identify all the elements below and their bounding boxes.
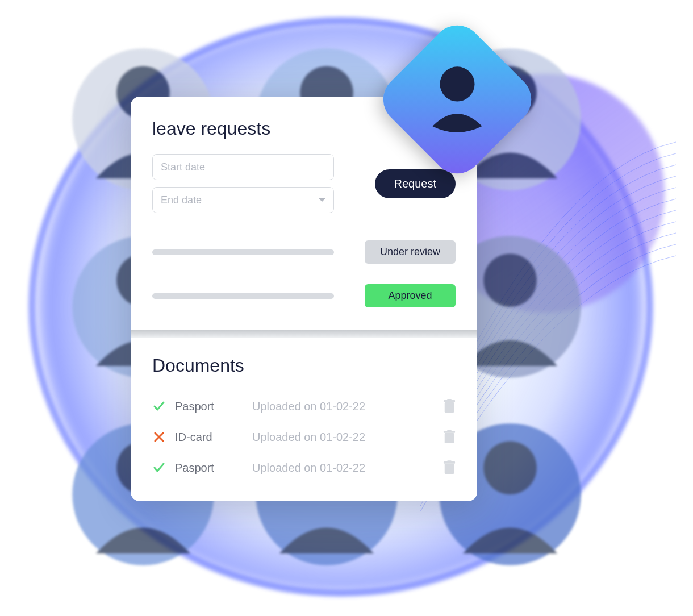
start-date-placeholder: Start date: [161, 161, 205, 173]
document-name: ID-card: [175, 431, 237, 444]
request-row: Under review: [152, 240, 456, 264]
trash-icon[interactable]: [443, 460, 456, 475]
end-date-placeholder: End date: [161, 194, 202, 206]
svg-rect-24: [447, 430, 451, 431]
svg-point-18: [440, 66, 474, 101]
document-date: Uploaded on 01-02-22: [252, 400, 365, 413]
check-icon: [152, 399, 166, 413]
placeholder-bar: [152, 293, 334, 299]
status-approved: Approved: [365, 284, 456, 307]
svg-rect-25: [445, 464, 454, 474]
svg-point-11: [484, 253, 537, 307]
svg-rect-22: [445, 433, 454, 443]
svg-point-17: [484, 441, 537, 494]
leave-requests-card: leave requests Start date End date Reque…: [131, 97, 477, 501]
trash-icon[interactable]: [443, 430, 456, 444]
start-date-input[interactable]: Start date: [152, 154, 334, 180]
document-date: Uploaded on 01-02-22: [252, 431, 365, 444]
status-under-review: Under review: [365, 240, 456, 264]
document-date: Uploaded on 01-02-22: [252, 461, 365, 475]
request-button[interactable]: Request: [375, 169, 456, 198]
trash-icon[interactable]: [443, 399, 456, 414]
placeholder-bar: [152, 249, 334, 255]
divider: [131, 330, 477, 338]
document-name: Pasport: [175, 461, 237, 475]
svg-rect-27: [447, 460, 451, 462]
document-row: ID-cardUploaded on 01-02-22: [152, 422, 456, 452]
end-date-select[interactable]: End date: [152, 187, 334, 213]
document-name: Pasport: [175, 400, 237, 413]
chevron-down-icon: [319, 198, 325, 202]
check-icon: [152, 461, 166, 475]
document-row: PasportUploaded on 01-02-22: [152, 452, 456, 483]
svg-rect-21: [447, 399, 451, 401]
documents-title: Documents: [152, 355, 456, 376]
request-row: Approved: [152, 284, 456, 307]
cross-icon: [152, 430, 166, 444]
svg-rect-19: [445, 402, 454, 413]
document-row: PasportUploaded on 01-02-22: [152, 391, 456, 422]
person-icon: [426, 64, 489, 132]
